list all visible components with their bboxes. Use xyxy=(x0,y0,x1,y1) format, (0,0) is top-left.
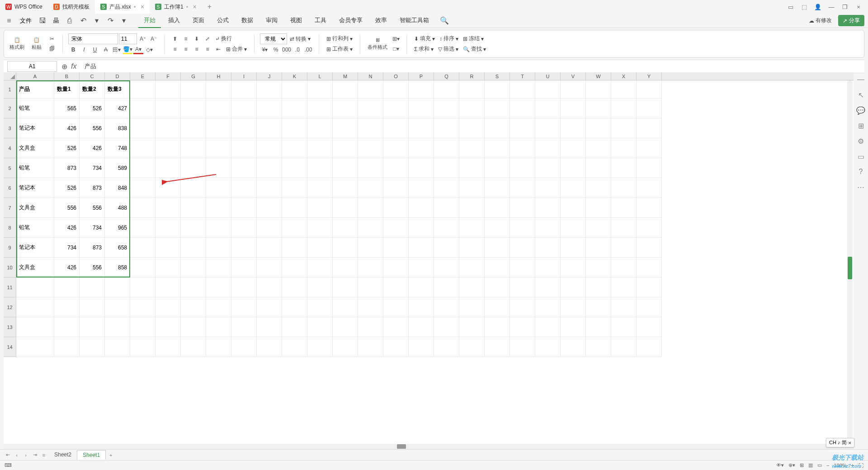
cell-V4[interactable] xyxy=(561,138,586,158)
cell-O4[interactable] xyxy=(383,138,409,158)
border-button[interactable]: 田▾ xyxy=(112,45,122,54)
col-header-X[interactable]: X xyxy=(611,72,637,80)
col-header-L[interactable]: L xyxy=(307,72,333,80)
cell-B14[interactable] xyxy=(54,337,80,357)
row-header-7[interactable]: 7 xyxy=(4,198,16,218)
cell-C12[interactable] xyxy=(80,297,105,317)
cell-V8[interactable] xyxy=(561,218,586,238)
cell-S1[interactable] xyxy=(485,80,510,99)
file-menu[interactable]: 文件 xyxy=(17,17,34,25)
cell-Q4[interactable] xyxy=(434,138,459,158)
col-header-G[interactable]: G xyxy=(181,72,206,80)
indent-decrease-icon[interactable]: ⇤ xyxy=(213,45,223,54)
cell-F7[interactable] xyxy=(156,198,181,218)
cell-Q8[interactable] xyxy=(434,218,459,238)
rows-cols-button[interactable]: ⊞行和列▾ xyxy=(325,34,354,43)
cell-S9[interactable] xyxy=(485,238,510,258)
cell-C13[interactable] xyxy=(80,317,105,337)
cell-G10[interactable] xyxy=(181,258,206,277)
cell-B1[interactable]: 数量1 xyxy=(54,80,80,99)
cell-J2[interactable] xyxy=(257,99,282,118)
cell-F2[interactable] xyxy=(156,99,181,118)
row-header-5[interactable]: 5 xyxy=(4,158,16,178)
cell-B8[interactable]: 426 xyxy=(54,218,80,238)
cell-H10[interactable] xyxy=(206,258,231,277)
cell-O11[interactable] xyxy=(383,277,409,297)
eye-icon[interactable]: 👁▾ xyxy=(776,462,784,468)
sheet-tab-Sheet2[interactable]: Sheet2 xyxy=(49,450,77,460)
cell-I1[interactable] xyxy=(231,80,257,99)
close-icon[interactable]: × xyxy=(849,440,851,446)
cell-Q1[interactable] xyxy=(434,80,459,99)
cell-E12[interactable] xyxy=(130,297,156,317)
row-header-3[interactable]: 3 xyxy=(4,118,16,138)
cell-A3[interactable]: 笔记本 xyxy=(16,118,54,138)
cell-E11[interactable] xyxy=(130,277,156,297)
cell-U5[interactable] xyxy=(535,158,561,178)
cell-F8[interactable] xyxy=(156,218,181,238)
maximize-button[interactable]: ❐ xyxy=(839,1,851,13)
cell-T2[interactable] xyxy=(510,99,535,118)
cell-N3[interactable] xyxy=(358,118,383,138)
cell-J4[interactable] xyxy=(257,138,282,158)
cell-C6[interactable]: 873 xyxy=(80,178,105,198)
cell-C2[interactable]: 526 xyxy=(80,99,105,118)
cell-S14[interactable] xyxy=(485,337,510,357)
col-header-N[interactable]: N xyxy=(358,72,383,80)
cell-Q7[interactable] xyxy=(434,198,459,218)
cell-T13[interactable] xyxy=(510,317,535,337)
cell-D14[interactable] xyxy=(105,337,130,357)
cell-D9[interactable]: 658 xyxy=(105,238,130,258)
cell-P10[interactable] xyxy=(409,258,434,277)
justify-icon[interactable]: ≡ xyxy=(203,45,212,54)
cell-G14[interactable] xyxy=(181,337,206,357)
help-icon[interactable]: ? xyxy=(856,167,865,176)
row-header-9[interactable]: 9 xyxy=(4,238,16,258)
cell-E10[interactable] xyxy=(130,258,156,277)
cell-H4[interactable] xyxy=(206,138,231,158)
spreadsheet-grid[interactable]: ABCDEFGHIJKLMNOPQRSTUVWXY 12345678910111… xyxy=(4,72,854,451)
col-header-A[interactable]: A xyxy=(16,72,54,80)
cell-U6[interactable] xyxy=(535,178,561,198)
cell-B6[interactable]: 526 xyxy=(54,178,80,198)
col-header-S[interactable]: S xyxy=(485,72,510,80)
cell-T9[interactable] xyxy=(510,238,535,258)
row-header-4[interactable]: 4 xyxy=(4,138,16,158)
view-page-icon[interactable]: ▥ xyxy=(808,462,813,468)
cell-X1[interactable] xyxy=(611,80,637,99)
cell-T6[interactable] xyxy=(510,178,535,198)
sort-button[interactable]: ↕排序▾ xyxy=(438,34,460,43)
cell-X10[interactable] xyxy=(611,258,637,277)
cell-M10[interactable] xyxy=(333,258,358,277)
col-header-D[interactable]: D xyxy=(105,72,130,80)
cell-O6[interactable] xyxy=(383,178,409,198)
horizontal-scrollbar[interactable] xyxy=(4,444,854,449)
menu-tab-审阅[interactable]: 审阅 xyxy=(260,14,283,28)
add-sheet-button[interactable]: + xyxy=(107,451,115,459)
cell-J5[interactable] xyxy=(257,158,282,178)
cell-Y8[interactable] xyxy=(637,218,662,238)
cell-N1[interactable] xyxy=(358,80,383,99)
row-header-11[interactable]: 11 xyxy=(4,277,16,297)
cell-A12[interactable] xyxy=(16,297,54,317)
cell-G7[interactable] xyxy=(181,198,206,218)
wrap-text-button[interactable]: ⤶换行 xyxy=(213,34,234,43)
col-header-J[interactable]: J xyxy=(257,72,282,80)
copy-icon[interactable]: 🗐 xyxy=(47,44,57,53)
align-right-icon[interactable]: ≡ xyxy=(192,45,202,54)
cell-W13[interactable] xyxy=(586,317,611,337)
cell-X2[interactable] xyxy=(611,99,637,118)
close-icon[interactable]: × xyxy=(193,3,196,10)
cell-R7[interactable] xyxy=(459,198,485,218)
cell-L4[interactable] xyxy=(307,138,333,158)
cell-Q12[interactable] xyxy=(434,297,459,317)
cell-M14[interactable] xyxy=(333,337,358,357)
cell-C7[interactable]: 556 xyxy=(80,198,105,218)
cell-G3[interactable] xyxy=(181,118,206,138)
cell-P11[interactable] xyxy=(409,277,434,297)
cell-R9[interactable] xyxy=(459,238,485,258)
cell-T3[interactable] xyxy=(510,118,535,138)
cell-N9[interactable] xyxy=(358,238,383,258)
cell-O1[interactable] xyxy=(383,80,409,99)
cell-J7[interactable] xyxy=(257,198,282,218)
